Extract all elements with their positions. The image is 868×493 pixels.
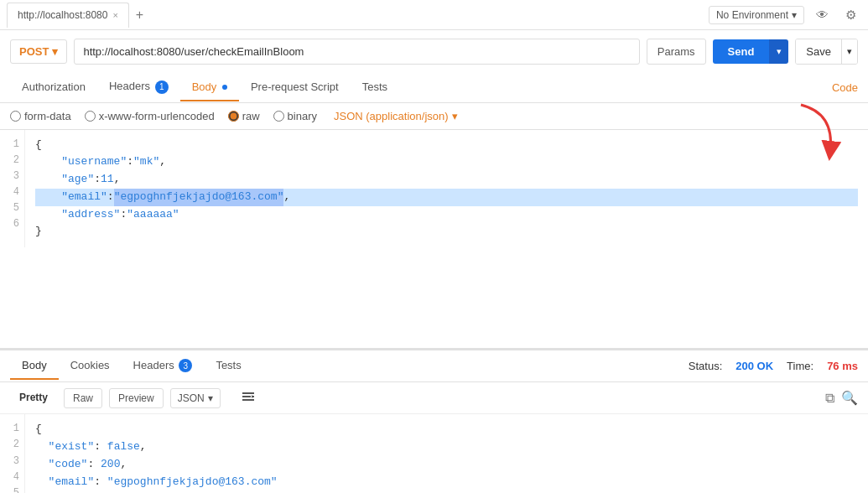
request-section: POST ▾ Params Send ▾ Save ▾ Authorizatio… — [0, 30, 868, 350]
icon-tools: ⧉ 🔍 — [825, 390, 858, 406]
save-dropdown-button[interactable]: ▾ — [841, 39, 857, 64]
code-line-6: } — [35, 223, 858, 241]
resp-tab-tests[interactable]: Tests — [204, 352, 252, 380]
resp-json-chevron-icon: ▾ — [208, 392, 213, 404]
resp-pretty-button[interactable]: Pretty — [10, 387, 57, 408]
url-encoded-radio[interactable] — [85, 111, 96, 122]
response-section: Body Cookies Headers 3 Tests Status: 200… — [0, 350, 868, 493]
tab-close-button[interactable]: × — [112, 10, 117, 20]
tab-pre-request[interactable]: Pre-request Script — [239, 74, 351, 101]
resp-line-1: { — [35, 421, 278, 439]
url-input[interactable] — [74, 39, 639, 65]
tab-tests[interactable]: Tests — [351, 74, 399, 101]
resp-line-4: "email": "egpoghnfjekjajdo@163.com" — [35, 474, 278, 491]
copy-button[interactable]: ⧉ — [825, 390, 834, 406]
params-button[interactable]: Params — [647, 39, 706, 65]
search-button[interactable]: 🔍 — [841, 390, 858, 406]
binary-option[interactable]: binary — [273, 110, 317, 122]
body-options: form-data x-www-form-urlencoded raw bina… — [0, 103, 868, 129]
json-type-select[interactable]: JSON (application/json) ▾ — [334, 110, 458, 122]
code-line-1: { — [35, 137, 858, 154]
resp-tab-cookies[interactable]: Cookies — [59, 352, 122, 380]
response-tabs-bar: Body Cookies Headers 3 Tests Status: 200… — [0, 350, 868, 382]
raw-radio[interactable] — [228, 111, 239, 122]
code-content[interactable]: { "username" : "mk", "age" : 11, "email"… — [25, 130, 868, 248]
send-button[interactable]: Send — [713, 39, 770, 64]
code-link[interactable]: Code — [832, 81, 858, 94]
resp-json-select[interactable]: JSON ▾ — [170, 388, 221, 408]
resp-line-3: "code": 200, — [35, 456, 278, 474]
tab-authorization[interactable]: Authorization — [10, 74, 97, 101]
raw-option[interactable]: raw — [228, 110, 260, 122]
time-value: 76 ms — [827, 360, 858, 372]
line-numbers: 123456 — [0, 130, 25, 248]
resp-raw-button[interactable]: Raw — [64, 388, 102, 408]
code-line-5: "address" : "aaaaaa" — [35, 206, 858, 224]
request-tabs: Authorization Headers 1 Body Pre-request… — [0, 73, 868, 103]
url-encoded-option[interactable]: x-www-form-urlencoded — [85, 110, 215, 122]
time-label: Time: — [787, 360, 813, 372]
env-label: No Environment — [716, 9, 788, 21]
resp-tab-body[interactable]: Body — [10, 352, 59, 380]
resp-line-numbers: 12345 — [0, 414, 25, 493]
request-body-editor[interactable]: 123456 { "username" : "mk", "age" : 11, … — [0, 129, 868, 349]
status-area: Status: 200 OK Time: 76 ms — [689, 360, 858, 372]
send-button-group: Send ▾ — [713, 39, 789, 64]
method-chevron-icon: ▾ — [52, 45, 58, 58]
save-button-group: Save ▾ — [795, 39, 858, 65]
form-data-radio[interactable] — [10, 111, 21, 122]
tab-body[interactable]: Body — [180, 74, 239, 101]
new-tab-button[interactable]: + — [129, 4, 150, 26]
method-label: POST — [19, 45, 49, 58]
code-line-4: "email" : "egpoghnfjekjajdo@163.com", — [35, 189, 858, 206]
wrap-button[interactable] — [234, 387, 262, 408]
send-dropdown-button[interactable]: ▾ — [769, 39, 788, 64]
save-button[interactable]: Save — [796, 39, 841, 64]
response-toolbar: Pretty Raw Preview JSON ▾ ⧉ 🔍 — [0, 382, 868, 414]
tab-url: http://localhost:8080 — [18, 9, 107, 21]
eye-icon-button[interactable]: 👁 — [811, 6, 834, 23]
code-line-2: "username" : "mk", — [35, 153, 858, 171]
resp-content: { "exist": false, "code": 200, "email": … — [25, 414, 288, 493]
status-label: Status: — [689, 360, 722, 372]
top-right-controls: No Environment ▾ 👁 ⚙ — [709, 6, 861, 24]
top-bar: http://localhost:8080 × + No Environment… — [0, 0, 868, 30]
resp-preview-button[interactable]: Preview — [109, 388, 164, 408]
resp-headers-badge: 3 — [179, 359, 192, 372]
chevron-down-icon: ▾ — [792, 9, 797, 21]
method-select[interactable]: POST ▾ — [10, 39, 67, 64]
status-value: 200 OK — [735, 360, 773, 372]
tab-headers[interactable]: Headers 1 — [97, 73, 180, 102]
resp-line-2: "exist": false, — [35, 439, 278, 456]
body-dot — [222, 85, 227, 90]
gear-icon-button[interactable]: ⚙ — [840, 6, 861, 24]
active-tab[interactable]: http://localhost:8080 × — [7, 3, 129, 28]
binary-radio[interactable] — [273, 111, 284, 122]
environment-dropdown[interactable]: No Environment ▾ — [709, 6, 804, 24]
code-line-3: "age" : 11, — [35, 171, 858, 189]
resp-tab-headers[interactable]: Headers 3 — [122, 352, 205, 381]
response-body-viewer: 12345 { "exist": false, "code": 200, "em… — [0, 414, 868, 493]
json-chevron-icon: ▾ — [452, 110, 458, 122]
url-bar: POST ▾ Params Send ▾ Save ▾ — [0, 30, 868, 73]
form-data-option[interactable]: form-data — [10, 110, 71, 122]
headers-badge: 1 — [155, 80, 169, 94]
